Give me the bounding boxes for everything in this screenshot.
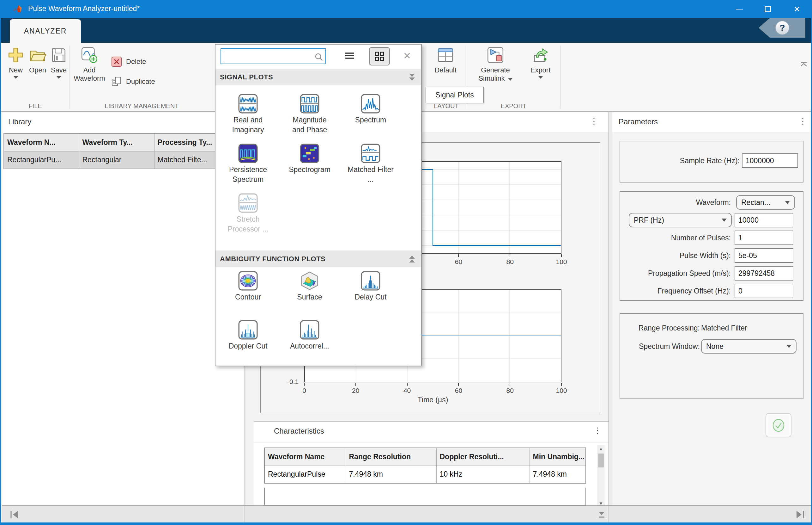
gallery-item-persistence-spectrum[interactable]: Persistence Spectrum: [224, 144, 272, 184]
gallery-item-label: Contour: [224, 292, 272, 302]
gallery-search-box[interactable]: [220, 48, 326, 64]
plot-panel-menu-icon[interactable]: ⋮: [590, 117, 598, 125]
save-button[interactable]: Save: [48, 46, 70, 79]
collapse-left-icon[interactable]: [9, 509, 20, 520]
cell-waveform-name[interactable]: RectangularPu...: [4, 151, 79, 169]
gallery-item-spectrum[interactable]: Spectrum: [347, 94, 394, 125]
characteristics-header: Characteristics ⋮: [254, 422, 609, 442]
number-of-pulses-input[interactable]: 1: [735, 230, 793, 245]
tab-analyzer-label: ANALYZER: [24, 27, 67, 35]
open-button[interactable]: Open: [26, 46, 50, 74]
sample-rate-label: Sample Rate (Hz):: [645, 156, 740, 165]
list-view-icon: [345, 52, 355, 60]
col-waveform-name[interactable]: Waveform Name: [264, 448, 346, 466]
parameters-header: Parameters ⋮: [612, 112, 812, 132]
gallery-item-doppler-cut[interactable]: Doppler Cut: [224, 320, 272, 351]
gallery-item-real-and-imaginary[interactable]: Real and Imaginary: [224, 94, 272, 135]
gallery-item-magnitude-and-phase[interactable]: Magnitude and Phase: [286, 94, 333, 135]
ribbon-separator: [69, 45, 70, 108]
x-tick-label: 100: [556, 387, 567, 394]
signal-plots-section-header[interactable]: SIGNAL PLOTS: [216, 69, 421, 85]
apply-button[interactable]: [766, 413, 792, 437]
characteristics-table-row[interactable]: RectangularPulse 7.4948 km 10 kHz 7.4948…: [264, 466, 586, 483]
matlab-logo-icon: [12, 4, 22, 15]
help-button[interactable]: ?: [759, 18, 806, 38]
generate-simulink-button[interactable]: GenerateSimulink: [475, 46, 516, 82]
list-view-button[interactable]: [339, 47, 360, 65]
chevron-down-icon: [722, 219, 727, 222]
sample-rate-group: Sample Rate (Hz): 1000000: [620, 141, 803, 182]
grid-view-button[interactable]: [369, 47, 390, 65]
spectrum-window-dropdown[interactable]: None: [701, 339, 797, 354]
col-waveform-name[interactable]: Waveform N...: [4, 133, 79, 151]
export-button[interactable]: Export: [526, 46, 556, 79]
prf-input[interactable]: 10000: [735, 213, 793, 227]
gallery-search-input[interactable]: [224, 50, 313, 63]
delay-cut-icon: [361, 271, 380, 291]
expand-section-chevron-icon[interactable]: [409, 256, 415, 262]
gallery-item-autocorrelation[interactable]: Autocorrel...: [286, 320, 333, 351]
cell-waveform-name[interactable]: RectangularPulse: [264, 466, 346, 483]
default-layout-button[interactable]: Default: [428, 46, 463, 74]
characteristics-table: Waveform Name Range Resolution Doppler R…: [264, 448, 586, 483]
window-title: Pulse Waveform Analyzer-untitled*: [28, 4, 140, 13]
parameters-menu-icon[interactable]: ⋮: [799, 117, 807, 125]
ambiguity-plots-section-header[interactable]: AMBIGUITY FUNCTION PLOTS: [216, 251, 421, 267]
cell-doppler-resolution[interactable]: 10 kHz: [436, 466, 530, 483]
collapse-right-icon[interactable]: [794, 509, 806, 520]
tick-mark: [510, 254, 510, 257]
prf-dropdown[interactable]: PRF (Hz): [629, 213, 732, 227]
propagation-speed-input[interactable]: 299792458: [735, 266, 793, 281]
x-tick-label: 80: [506, 387, 514, 394]
gallery-item-contour[interactable]: Contour: [224, 271, 272, 302]
default-layout-icon: [436, 46, 455, 64]
generate-dropdown-arrow-icon: [508, 78, 513, 81]
tick-mark: [510, 383, 510, 386]
stretch-processor-icon: [238, 193, 258, 213]
gallery-close-icon[interactable]: ✕: [403, 50, 411, 61]
frequency-offset-input[interactable]: 0: [735, 284, 793, 298]
waveform-label: Waveform:: [668, 198, 731, 207]
apply-check-icon: [771, 418, 786, 433]
pulse-width-input[interactable]: 5e-05: [735, 248, 793, 263]
maximize-button[interactable]: [753, 0, 782, 18]
minimize-button[interactable]: [725, 0, 753, 18]
cell-waveform-type[interactable]: Rectangular: [79, 151, 154, 169]
gallery-item-spectrogram[interactable]: Spectrogram: [286, 144, 333, 175]
characteristics-scrollbar[interactable]: ▲ ▼: [597, 445, 605, 507]
gallery-item-stretch-processor: Stretch Processor ...: [224, 193, 272, 234]
gallery-item-surface[interactable]: Surface: [286, 271, 333, 302]
characteristics-menu-icon[interactable]: ⋮: [593, 426, 602, 435]
scroll-up-icon[interactable]: ▲: [597, 446, 605, 451]
tick-mark: [458, 383, 459, 386]
gallery-item-delay-cut[interactable]: Delay Cut: [347, 271, 394, 302]
tick-mark: [304, 383, 304, 386]
duplicate-button[interactable]: Duplicate: [111, 76, 155, 87]
gallery-item-matched-filter[interactable]: Matched Filter ...: [347, 144, 394, 184]
scrollbar-thumb[interactable]: [598, 453, 604, 467]
tab-analyzer[interactable]: ANALYZER: [10, 19, 81, 43]
add-waveform-button[interactable]: AddWaveform: [71, 46, 108, 82]
collapse-section-chevron-icon[interactable]: [409, 74, 415, 81]
gallery-item-label: Matched Filter ...: [347, 165, 394, 184]
delete-button[interactable]: Delete: [111, 56, 146, 68]
plot-gallery-popup: ✕ SIGNAL PLOTS Real and Imaginary Magn: [215, 44, 422, 366]
help-icon: ?: [775, 20, 790, 35]
col-min-unambiguous[interactable]: Min Unambig...: [530, 448, 586, 466]
cell-range-resolution[interactable]: 7.4948 km: [346, 466, 436, 483]
collapse-bottom-icon[interactable]: [596, 509, 607, 520]
waveform-dropdown[interactable]: Rectan...: [736, 195, 795, 210]
new-button[interactable]: New: [5, 46, 27, 79]
sample-rate-input[interactable]: 1000000: [742, 153, 798, 168]
col-waveform-type[interactable]: Waveform Ty...: [79, 133, 154, 151]
contour-icon: [238, 271, 258, 291]
close-button[interactable]: ✕: [782, 0, 812, 18]
cell-min-unambiguous[interactable]: 7.4948 km: [530, 466, 586, 483]
tick-mark: [407, 383, 408, 386]
library-table-row[interactable]: RectangularPu... Rectangular Matched Fil…: [4, 151, 246, 169]
parameters-splitter[interactable]: [609, 111, 612, 505]
minimize-toolstrip-icon[interactable]: [800, 61, 808, 68]
col-doppler-resolution[interactable]: Doppler Resoluti...: [436, 448, 530, 466]
x-tick-label: 0: [302, 387, 306, 394]
col-range-resolution[interactable]: Range Resolution: [346, 448, 436, 466]
